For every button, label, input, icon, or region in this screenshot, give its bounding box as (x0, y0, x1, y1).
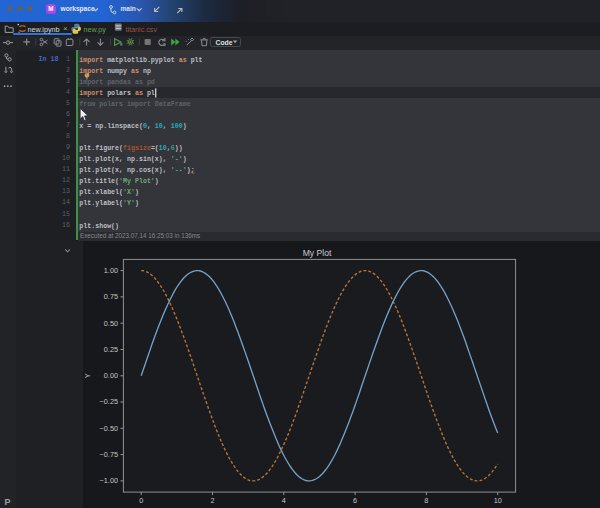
svg-text:0.75: 0.75 (104, 292, 118, 301)
svg-text:−0.75: −0.75 (100, 450, 118, 459)
svg-text:4: 4 (282, 496, 286, 505)
svg-text:0.00: 0.00 (104, 371, 118, 380)
svg-text:P: P (5, 497, 11, 507)
svg-text:0: 0 (139, 496, 143, 505)
svg-text:0.50: 0.50 (104, 319, 118, 328)
svg-text:−0.25: −0.25 (100, 397, 118, 406)
svg-text:−1.00: −1.00 (100, 476, 118, 485)
svg-text:0.25: 0.25 (104, 345, 118, 354)
svg-text:1.00: 1.00 (104, 266, 118, 275)
svg-text:Y: Y (84, 373, 93, 378)
svg-text:−0.50: −0.50 (100, 424, 118, 433)
svg-text:10: 10 (494, 496, 502, 505)
svg-text:6: 6 (353, 496, 357, 505)
svg-text:2: 2 (210, 496, 214, 505)
svg-text:My Plot: My Plot (303, 248, 332, 258)
svg-text:8: 8 (424, 496, 428, 505)
